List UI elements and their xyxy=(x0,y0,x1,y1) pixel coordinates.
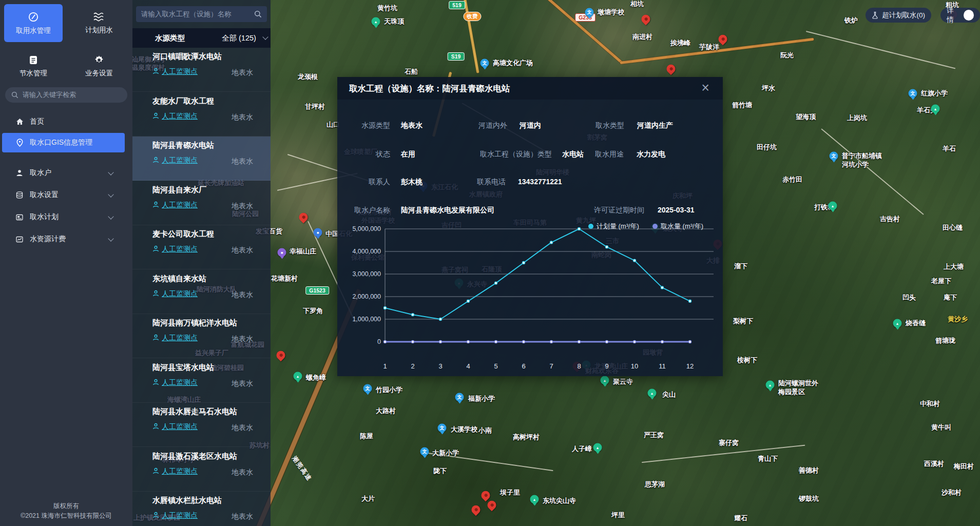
mountain-pin-icon[interactable]: ▲ xyxy=(593,443,602,452)
map-place-label: 坪里 xyxy=(611,511,625,520)
water-source-type: 地表水 xyxy=(232,202,253,211)
person-icon xyxy=(152,467,159,476)
place-pin-icon[interactable]: ■ xyxy=(278,248,286,257)
module-water-intake-mgmt[interactable]: 取用水管理 xyxy=(4,4,63,42)
mountain-pin-icon[interactable]: ▲ xyxy=(530,495,539,504)
map-place-label: 大新小学 xyxy=(432,449,459,458)
intake-name: 陆河县青磜水电站 xyxy=(152,141,214,150)
red-marker-pin[interactable] xyxy=(275,349,287,361)
manual-monitor-link[interactable]: 人工监测点 xyxy=(152,467,198,476)
manual-monitor-link[interactable]: 人工监测点 xyxy=(152,67,198,76)
red-marker-pin[interactable] xyxy=(297,211,310,223)
toggle-knob[interactable] xyxy=(964,10,974,21)
red-marker-pin[interactable] xyxy=(479,489,492,501)
water-source-type: 地表水 xyxy=(232,335,253,344)
school-pin-icon[interactable]: 文 xyxy=(909,89,917,98)
list-item[interactable]: 陆河县自来水厂人工监测点地表水 xyxy=(132,181,271,225)
chevron-down-icon xyxy=(108,169,113,175)
mountain-pin-icon[interactable]: ▲ xyxy=(601,376,609,385)
mountain-pin-icon[interactable]: ▲ xyxy=(294,372,302,381)
module-business-settings[interactable]: 业务设置 xyxy=(70,47,128,85)
manual-monitor-link[interactable]: 人工监测点 xyxy=(152,245,198,254)
manual-monitor-link[interactable]: 人工监测点 xyxy=(152,201,198,210)
map-place-label: 陇下 xyxy=(433,466,447,476)
intake-list-panel: 请输入取水工程（设施）名称 水源类型 全部 (125) 河口镇唱歌潭水电站人工监… xyxy=(132,0,271,526)
list-item[interactable]: 陆河县水唇走马石水电站人工监测点地表水 xyxy=(132,403,271,447)
list-item[interactable]: 陆河县宝塔水电站人工监测点地表水 xyxy=(132,359,271,403)
module-plan-water[interactable]: 计划用水 xyxy=(70,4,128,42)
school-pin-icon[interactable]: 文 xyxy=(585,8,594,17)
water-source-type: 地表水 xyxy=(232,113,253,122)
manual-monitor-link[interactable]: 人工监测点 xyxy=(152,112,198,121)
mountain-pin-icon[interactable]: ▲ xyxy=(931,105,940,113)
road-shield: 收费 xyxy=(464,12,482,21)
school-pin-icon[interactable]: 文 xyxy=(438,424,447,433)
map-place-label: 大溪学校 xyxy=(451,425,477,434)
list-item[interactable]: 陆河县青磜水电站人工监测点地表水 xyxy=(132,137,271,181)
detail-label: 详情 xyxy=(947,6,960,25)
manual-monitor-link[interactable]: 人工监测点 xyxy=(152,156,198,165)
mountain-pin-icon[interactable]: ▲ xyxy=(372,17,380,26)
manual-monitor-link[interactable]: 人工监测点 xyxy=(152,289,198,299)
red-marker-pin[interactable] xyxy=(665,63,677,75)
map-place-label: 螺角嶂 xyxy=(306,373,326,382)
manual-monitor-link[interactable]: 人工监测点 xyxy=(152,511,198,520)
mountain-pin-icon[interactable]: ▲ xyxy=(893,319,902,328)
mountain-pin-icon[interactable]: ▲ xyxy=(829,202,837,210)
person-icon xyxy=(152,112,159,121)
red-marker-pin[interactable] xyxy=(470,503,482,516)
svg-text:5,000,000: 5,000,000 xyxy=(352,225,381,232)
map-place-label: 铁炉 xyxy=(844,16,858,25)
map-place-label: 天珠顶 xyxy=(384,17,404,26)
sidebar-item-menu-4[interactable]: 取水计划 xyxy=(0,207,132,227)
list-item[interactable]: 陆河县激石溪老区水电站人工监测点地表水 xyxy=(132,447,271,492)
school-pin-icon[interactable]: 文 xyxy=(830,152,838,161)
list-item[interactable]: 河口镇唱歌潭水电站人工监测点地表水 xyxy=(132,48,271,92)
sidebar-item-menu-2[interactable]: 取水户 xyxy=(0,163,132,183)
card-icon xyxy=(15,214,24,221)
module-save-water[interactable]: 节水管理 xyxy=(4,47,63,85)
list-item[interactable]: 麦卡公司取水工程人工监测点地表水 xyxy=(132,225,271,269)
keyword-search-input[interactable]: 请输入关键字检索 xyxy=(5,87,127,103)
sidebar-item-gis[interactable]: 取水口GIS信息管理 xyxy=(2,133,125,152)
mountain-pin-icon[interactable]: ▲ xyxy=(766,381,775,389)
source-type-filter[interactable]: 水源类型 全部 (125) xyxy=(132,28,271,48)
copyright: 版权所有 ©2021 珠海市仁智科技有限公司 xyxy=(0,501,132,521)
school-pin-icon[interactable]: 文 xyxy=(363,384,372,393)
person-icon xyxy=(152,201,159,209)
sidebar-item-menu-3[interactable]: 取水设置 xyxy=(0,185,132,205)
sidebar-item-label: 取水设置 xyxy=(30,190,59,200)
manual-monitor-link[interactable]: 人工监测点 xyxy=(152,378,198,387)
intake-search-input[interactable]: 请输入取水工程（设施）名称 xyxy=(136,6,267,22)
water-source-type: 地表水 xyxy=(232,290,253,300)
person-icon xyxy=(152,157,159,165)
detail-toggle[interactable]: 详情 xyxy=(940,8,980,23)
red-marker-pin[interactable] xyxy=(486,499,498,511)
sidebar-item-menu-5[interactable]: 水资源计费 xyxy=(0,229,132,249)
module-label: 业务设置 xyxy=(85,69,113,78)
legend-item[interactable]: 计划量 (m³/年) xyxy=(588,222,639,231)
list-item[interactable]: 东坑镇自来水站人工监测点地表水 xyxy=(132,270,271,314)
chevron-down-icon xyxy=(108,213,113,219)
manual-monitor-link[interactable]: 人工监测点 xyxy=(152,334,198,343)
sidebar-item-home[interactable]: 首页 xyxy=(0,112,132,131)
over-plan-intake-button[interactable]: 超计划取水(0) xyxy=(866,8,931,23)
red-marker-pin[interactable] xyxy=(640,13,652,25)
legend-item[interactable]: 取水量 (m³/年) xyxy=(652,222,703,231)
water-source-type: 地表水 xyxy=(232,379,253,388)
list-item[interactable]: 陆河县南万镇杞洋水电站人工监测点地表水 xyxy=(132,314,271,358)
map-place-label: 南进村 xyxy=(632,32,652,42)
map-place-label: 老屋下 xyxy=(931,277,951,286)
school-pin-icon[interactable]: 文 xyxy=(481,59,489,68)
manual-monitor-link[interactable]: 人工监测点 xyxy=(152,422,198,432)
svg-text:9: 9 xyxy=(605,362,608,370)
filter-label: 水源类型 xyxy=(155,33,185,43)
school-pin-icon[interactable]: 文 xyxy=(420,447,429,456)
school-pin-icon[interactable]: 文 xyxy=(455,393,464,402)
map-place-label: 赤竹田 xyxy=(782,175,802,184)
mountain-pin-icon[interactable]: ▲ xyxy=(648,389,657,398)
water-source-type: 地表水 xyxy=(232,157,253,166)
fuel-pin-icon[interactable]: ■ xyxy=(314,228,322,237)
list-item[interactable]: 友能水厂取水工程人工监测点地表水 xyxy=(132,92,271,137)
list-item[interactable]: 水唇镇水栏肚水电站人工监测点地表水 xyxy=(132,492,271,526)
